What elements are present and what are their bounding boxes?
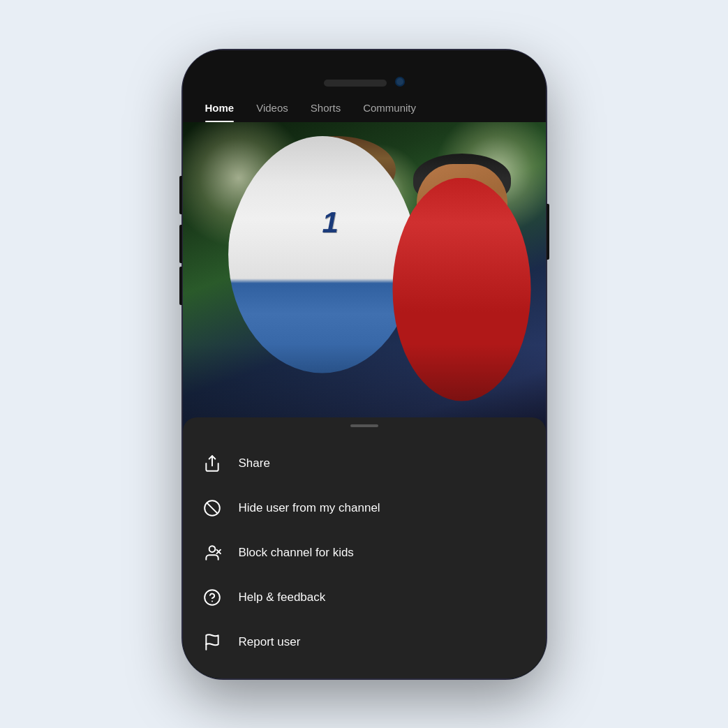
menu-item-block-channel[interactable]: Block channel for kids [183, 530, 546, 575]
speaker-grill [324, 80, 387, 87]
front-camera [395, 77, 405, 87]
hide-user-label: Hide user from my channel [239, 501, 380, 515]
block-channel-label: Block channel for kids [239, 546, 354, 560]
tab-community[interactable]: Community [352, 98, 427, 122]
phone-top-bar [183, 50, 546, 92]
menu-item-help-feedback[interactable]: Help & feedback [183, 575, 546, 620]
help-feedback-label: Help & feedback [239, 590, 326, 604]
svg-point-3 [209, 546, 215, 552]
tab-videos[interactable]: Videos [245, 98, 299, 122]
hide-user-icon [202, 498, 222, 518]
menu-item-hide-user[interactable]: Hide user from my channel [183, 486, 546, 530]
phone-screen: Home Videos Shorts Community 1 [183, 50, 546, 678]
channel-nav-tabs: Home Videos Shorts Community [183, 92, 546, 122]
video-content-area: 1 [183, 122, 546, 678]
sheet-drag-handle[interactable] [350, 424, 378, 427]
block-channel-icon [202, 543, 222, 563]
context-menu-sheet: Share Hide user from my channel [183, 417, 546, 678]
phone-frame: Home Videos Shorts Community 1 [183, 50, 546, 678]
tab-home[interactable]: Home [194, 98, 246, 122]
menu-item-report-user[interactable]: Report user [183, 620, 546, 664]
report-icon [202, 632, 222, 652]
share-label: Share [239, 456, 270, 470]
share-icon [202, 454, 222, 473]
help-icon [202, 588, 222, 607]
tab-shorts[interactable]: Shorts [299, 98, 352, 122]
report-user-label: Report user [239, 635, 301, 649]
jersey-number: 1 [322, 206, 339, 239]
svg-point-6 [205, 590, 220, 605]
svg-line-2 [207, 503, 217, 513]
menu-item-share[interactable]: Share [183, 441, 546, 486]
